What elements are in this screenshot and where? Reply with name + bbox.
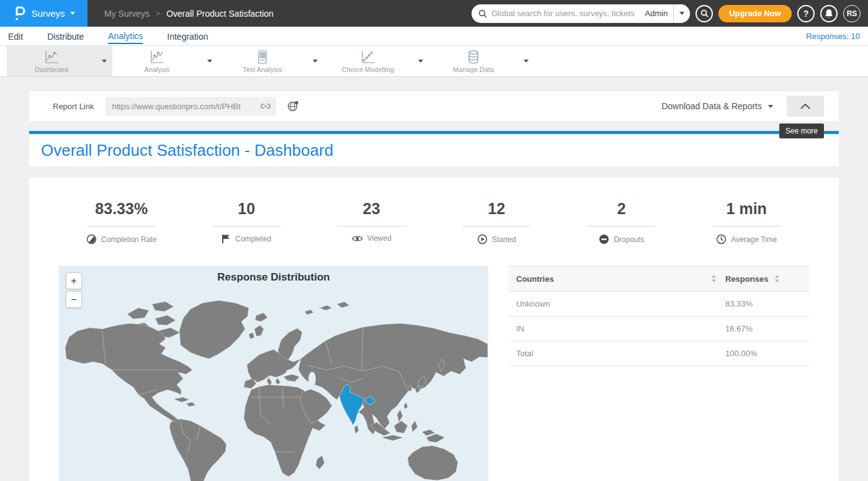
report-privacy-button[interactable]: [287, 100, 299, 112]
toolbar-item-text-analysis[interactable]: Text Analysis: [218, 46, 323, 76]
stat-viewed: 23 Viewed: [309, 200, 434, 245]
surveys-menu[interactable]: Surveys: [0, 0, 87, 27]
stat-value: 83.33%: [59, 200, 184, 218]
manage-data-button[interactable]: Manage Data: [429, 50, 518, 73]
analytics-toolbar: Dashboard Analysis Text Analysi: [0, 46, 868, 77]
minus-circle-icon: [599, 234, 609, 245]
search-icon: [700, 9, 709, 17]
stat-value: 23: [309, 200, 434, 218]
chevron-down-icon: [70, 12, 75, 15]
analysis-dropdown-button[interactable]: [202, 60, 218, 63]
eye-icon: [352, 235, 363, 243]
tab-distribute[interactable]: Distribute: [47, 29, 84, 43]
global-search: Admin: [472, 4, 690, 23]
column-header-responses[interactable]: Responses: [725, 266, 809, 292]
tab-edit[interactable]: Edit: [8, 29, 23, 43]
tab-integration[interactable]: Integration: [167, 29, 208, 43]
link-icon: [260, 102, 271, 110]
stat-label: Completed: [235, 235, 271, 243]
stat-average-time: 1 min Average Time: [684, 200, 810, 245]
sort-icon[interactable]: [711, 275, 717, 282]
search-scope-selector[interactable]: Admin: [639, 9, 673, 18]
toolbar-label: Text Analysis: [243, 66, 282, 73]
divider: [462, 226, 530, 227]
collapse-panel-button[interactable]: [787, 96, 824, 117]
analysis-button[interactable]: Analysis: [112, 50, 202, 73]
responses-cell: 100.00%: [725, 341, 809, 366]
stat-value: 2: [559, 200, 684, 218]
world-map[interactable]: [59, 266, 488, 481]
search-scope-dropdown-button[interactable]: [673, 4, 690, 23]
stat-completion-rate: 83.33% Completion Rate: [59, 200, 184, 245]
manage-data-dropdown-button[interactable]: [518, 60, 534, 63]
map-zoom-controls: + −: [66, 272, 82, 308]
stat-label: Completion Rate: [101, 235, 156, 244]
chevron-down-icon: [102, 60, 107, 63]
breadcrumb-my-surveys[interactable]: My Surveys: [104, 9, 150, 19]
text-analysis-dropdown-button[interactable]: [307, 60, 323, 63]
globe-lock-icon: [287, 100, 299, 112]
chevron-down-icon: [418, 60, 423, 63]
stat-started: 12 Started: [434, 200, 560, 245]
choice-modelling-button[interactable]: Choice Modelling: [323, 50, 413, 73]
topbar-actions: Admin Upgrade Now ? RS: [472, 4, 868, 23]
search-icon: [478, 9, 487, 18]
divider: [212, 226, 280, 227]
text-analysis-button[interactable]: Text Analysis: [218, 50, 307, 73]
responses-count: Responses: 10: [806, 32, 860, 41]
toolbar-item-dashboard[interactable]: Dashboard: [7, 46, 112, 76]
choice-modelling-dropdown-button[interactable]: [413, 60, 429, 63]
chevron-down-icon: [768, 105, 773, 108]
search-submit-button[interactable]: [696, 5, 713, 22]
response-distribution-section: Response Distribution + −: [59, 266, 809, 481]
upgrade-now-button[interactable]: Upgrade Now: [718, 5, 792, 22]
breadcrumb-separator: >: [156, 9, 160, 18]
response-distribution-map[interactable]: Response Distribution + −: [59, 266, 488, 481]
questionpro-logo: [12, 6, 26, 22]
breadcrumb: My Surveys > Overall Product Satisfactio…: [104, 9, 274, 19]
stat-value: 10: [184, 200, 310, 218]
report-link-field: [105, 97, 276, 115]
toolbar-item-choice-modelling[interactable]: Choice Modelling: [323, 46, 429, 76]
stat-label: Average Time: [731, 235, 777, 244]
country-cell: Unknown: [508, 292, 725, 317]
table-row: Unknown 83.33%: [508, 292, 809, 317]
clock-icon: [716, 234, 727, 245]
table-row: IN 16.67%: [508, 317, 809, 341]
map-zoom-in-button[interactable]: +: [66, 272, 82, 289]
dashboard-content: Report Link Download Data & Reports: [0, 77, 868, 481]
page-title: Overall Product Satisfaction - Dashboard: [41, 141, 333, 160]
column-header-countries[interactable]: Countries: [508, 266, 725, 292]
responses-cell: 16.67%: [725, 317, 809, 341]
title-card: Overall Product Satisfaction - Dashboard: [29, 134, 839, 166]
stat-label: Viewed: [367, 234, 391, 243]
divider: [338, 226, 406, 227]
tab-analytics[interactable]: Analytics: [108, 28, 143, 44]
chevron-up-icon: [800, 104, 810, 109]
chevron-down-icon: [679, 12, 684, 15]
stat-value: 12: [434, 200, 560, 218]
copy-link-button[interactable]: [260, 102, 271, 110]
user-avatar[interactable]: RS: [843, 5, 861, 22]
report-link-input[interactable]: [112, 102, 260, 111]
help-button[interactable]: ?: [797, 5, 815, 22]
notifications-button[interactable]: [820, 5, 838, 22]
countries-header-label: Countries: [516, 274, 554, 284]
global-search-input[interactable]: [491, 9, 639, 18]
dashboard-button[interactable]: Dashboard: [7, 50, 96, 73]
sort-icon[interactable]: [774, 275, 780, 282]
toolbar-item-manage-data[interactable]: Manage Data: [429, 46, 534, 76]
map-zoom-out-button[interactable]: −: [66, 291, 82, 308]
breadcrumb-current-survey: Overall Product Satisfaction: [166, 9, 274, 19]
toolbar-label: Analysis: [145, 66, 170, 73]
toolbar-item-analysis[interactable]: Analysis: [112, 46, 218, 76]
dashboard-card: 83.33% Completion Rate 10: [29, 178, 839, 481]
chevron-down-icon: [207, 60, 212, 63]
dashboard-dropdown-button[interactable]: [96, 60, 112, 63]
avatar-initials: RS: [847, 9, 857, 18]
download-data-reports-menu[interactable]: Download Data & Reports: [661, 101, 773, 111]
divider: [87, 226, 156, 227]
flag-icon: [221, 234, 231, 244]
help-label: ?: [803, 9, 809, 19]
table-header-row: Countries: [508, 266, 809, 292]
